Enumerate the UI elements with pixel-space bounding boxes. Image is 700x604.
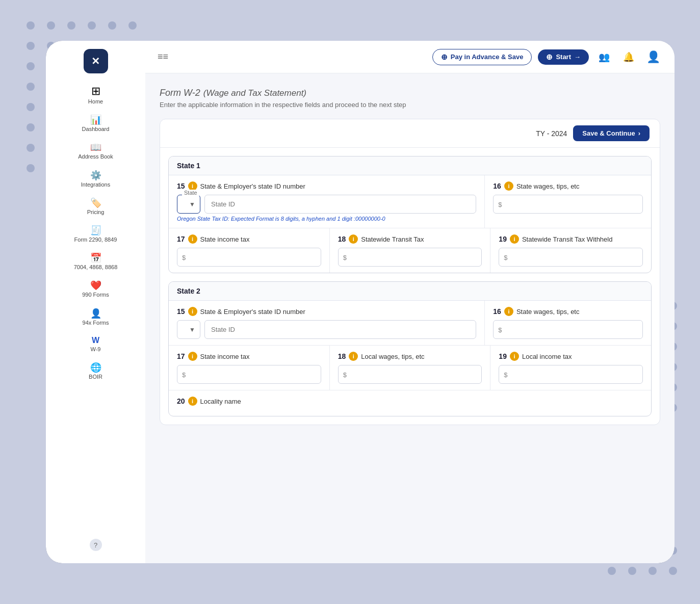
boir-icon: 🌐 xyxy=(90,363,101,372)
state2-field18-input[interactable] xyxy=(338,365,482,384)
state2-state-select-wrap: State ▼ xyxy=(177,320,200,339)
state2-field20-label-row: 20 i Locality name xyxy=(177,397,643,406)
state1-state-select[interactable]: Oregon (OR) xyxy=(177,195,200,214)
state2-field16-input[interactable] xyxy=(493,320,643,339)
sidebar-item-home-label: Home xyxy=(88,98,103,105)
state2-field17-info-icon[interactable]: i xyxy=(188,352,197,361)
svg-point-34 xyxy=(649,567,657,575)
contacts-button[interactable]: 👥 xyxy=(595,48,613,66)
state1-field19-input[interactable] xyxy=(499,248,643,267)
state2-row3: 20 i Locality name xyxy=(169,390,651,416)
state2-field18-name: Local wages, tips, etc xyxy=(361,353,424,360)
svg-point-33 xyxy=(628,567,636,575)
profile-button[interactable]: 👤 xyxy=(644,48,662,66)
state2-field17-num: 17 xyxy=(177,352,185,360)
state2-field18-label-row: 18 i Local wages, tips, etc xyxy=(338,352,482,361)
state2-field15-name: State & Employer's state ID number xyxy=(200,308,305,316)
state2-field19-name: Local income tax xyxy=(522,353,572,360)
save-continue-arrow-icon: › xyxy=(638,129,640,137)
state2-field19-dollar-wrap xyxy=(499,365,643,384)
save-continue-button[interactable]: Save & Continue › xyxy=(573,125,650,141)
state1-field18-num: 18 xyxy=(338,235,346,243)
sidebar-item-form990[interactable]: ❤️ 990 Forms xyxy=(46,277,145,302)
sidebar-item-address-book-label: Address Book xyxy=(78,153,113,160)
start-button[interactable]: ⊕ Start → xyxy=(538,49,589,65)
sidebar-item-boir[interactable]: 🌐 BOIR xyxy=(46,359,145,384)
state1-row2: 17 i State income tax 18 i xyxy=(169,228,651,273)
state1-field19-info-icon[interactable]: i xyxy=(510,234,519,244)
sidebar-item-help[interactable]: ? xyxy=(46,535,145,555)
form990-icon: ❤️ xyxy=(90,281,101,290)
sidebar-item-form94x-label: 94x Forms xyxy=(83,320,109,326)
state1-field16-cell: 16 i State wages, tips, etc xyxy=(485,175,651,228)
state2-field15-label-row: 15 i State & Employer's state ID number xyxy=(177,307,476,316)
sidebar-item-form2290[interactable]: 🧾 Form 2290, 8849 xyxy=(46,222,145,247)
address-book-icon: 📖 xyxy=(90,143,101,152)
state2-field17-input[interactable] xyxy=(177,365,321,384)
state2-section: State 2 15 i State & Employer's state ID… xyxy=(168,281,652,416)
state1-field18-input[interactable] xyxy=(338,248,482,267)
svg-point-15 xyxy=(27,123,35,132)
w9-icon: W xyxy=(92,336,99,345)
form-card: TY - 2024 Save & Continue › State 1 xyxy=(160,119,660,425)
svg-point-6 xyxy=(27,42,35,50)
sidebar-item-boir-label: BOIR xyxy=(89,374,102,380)
svg-point-35 xyxy=(669,567,677,575)
state2-field18-info-icon[interactable]: i xyxy=(349,352,358,361)
app-logo[interactable]: ✕ xyxy=(84,49,108,73)
sidebar-item-integrations[interactable]: ⚙️ Integrations xyxy=(46,167,145,192)
sidebar-item-form2290-label: Form 2290, 8849 xyxy=(74,237,117,243)
notifications-button[interactable]: 🔔 xyxy=(619,48,638,66)
svg-point-1 xyxy=(47,21,55,30)
state1-field17-input[interactable] xyxy=(177,248,321,267)
start-label: Start xyxy=(556,53,571,61)
state2-field20-info-icon[interactable]: i xyxy=(188,397,197,406)
state1-field16-info-icon[interactable]: i xyxy=(504,181,513,191)
svg-point-3 xyxy=(88,21,96,30)
sidebar-item-form7004[interactable]: 📅 7004, 4868, 8868 xyxy=(46,249,145,275)
pay-advance-button[interactable]: ⊕ Pay in Advance & Save xyxy=(432,49,532,65)
state1-field16-num: 16 xyxy=(493,182,501,190)
main-content: ≡≡ ⊕ Pay in Advance & Save ⊕ Start → 👥 🔔… xyxy=(145,41,675,563)
sidebar-item-w9[interactable]: W W-9 xyxy=(46,332,145,357)
svg-point-5 xyxy=(128,21,137,30)
sidebar-item-home[interactable]: ⊞ Home xyxy=(46,82,145,109)
state2-state-select[interactable]: State xyxy=(177,320,200,339)
state1-field18-info-icon[interactable]: i xyxy=(349,234,358,244)
sidebar-item-form7004-label: 7004, 4868, 8868 xyxy=(74,264,118,271)
state1-field17-dollar-wrap xyxy=(177,248,321,267)
state1-field16-input[interactable] xyxy=(493,195,643,214)
dashboard-icon: 📊 xyxy=(90,115,101,124)
sidebar-item-address-book[interactable]: 📖 Address Book xyxy=(46,139,145,164)
sidebar-item-form94x[interactable]: 👤 94x Forms xyxy=(46,305,145,330)
state2-field17-name: State income tax xyxy=(200,353,250,360)
profile-icon: 👤 xyxy=(646,50,660,64)
pricing-icon: 🏷️ xyxy=(90,198,101,207)
state1-state-select-wrap: State Oregon (OR) ▼ xyxy=(177,195,200,214)
sidebar-item-pricing[interactable]: 🏷️ Pricing xyxy=(46,194,145,220)
state1-state-id-row: State Oregon (OR) ▼ xyxy=(177,195,476,214)
state2-field20-cell: 20 i Locality name xyxy=(169,390,651,416)
state2-field18-dollar-wrap xyxy=(338,365,482,384)
svg-point-0 xyxy=(27,21,35,30)
state2-state-id-input[interactable] xyxy=(204,320,476,339)
state2-field16-label-row: 16 i State wages, tips, etc xyxy=(493,307,643,316)
state2-field16-info-icon[interactable]: i xyxy=(504,307,513,316)
state2-field15-info-icon[interactable]: i xyxy=(188,307,197,316)
state1-field16-label-row: 16 i State wages, tips, etc xyxy=(493,181,643,191)
sidebar-item-dashboard[interactable]: 📊 Dashboard xyxy=(46,111,145,137)
state1-state-id-input[interactable] xyxy=(204,195,476,214)
state1-field15-cell: 15 i State & Employer's state ID number … xyxy=(169,175,485,228)
state2-field19-info-icon[interactable]: i xyxy=(510,352,519,361)
state1-field19-dollar-wrap xyxy=(499,248,643,267)
state2-field16-name: State wages, tips, etc xyxy=(516,308,580,316)
state2-field17-cell: 17 i State income tax xyxy=(169,346,330,390)
state2-header: State 2 xyxy=(169,282,651,301)
state1-state-label: State xyxy=(182,190,199,196)
form94x-icon: 👤 xyxy=(90,309,101,318)
state1-field17-info-icon[interactable]: i xyxy=(188,234,197,244)
hamburger-menu-icon[interactable]: ≡≡ xyxy=(158,51,168,62)
form2290-icon: 🧾 xyxy=(90,226,101,235)
state1-field18-label-row: 18 i Statewide Transit Tax xyxy=(338,234,482,244)
state2-field19-input[interactable] xyxy=(499,365,643,384)
